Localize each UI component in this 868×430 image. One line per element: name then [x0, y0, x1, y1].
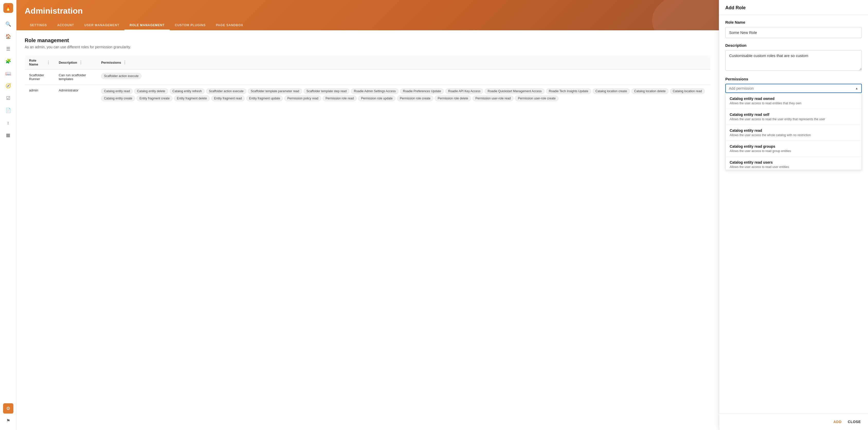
- permission-tag: Permission role delete: [435, 96, 471, 101]
- sidebar-item-import[interactable]: ↕: [3, 118, 13, 128]
- permission-dropdown-wrapper: ▲ Catalog entity read ownedAllows the us…: [725, 84, 862, 170]
- panel-title: Add Role: [719, 0, 868, 15]
- permissions-label: Permissions: [725, 77, 862, 81]
- permission-tag: Entity fragment update: [246, 96, 283, 101]
- tab-user-management[interactable]: USER MANAGEMENT: [79, 21, 124, 30]
- puzzle-icon: 🧩: [5, 58, 11, 64]
- permission-item-description: Allows the user access to read user enti…: [730, 165, 858, 169]
- sidebar-item-settings[interactable]: ⚙: [3, 403, 13, 414]
- permission-tag: Roadie API Key Access: [445, 88, 483, 94]
- table-row: Scaffolder RunnerCan run scaffolder temp…: [25, 70, 711, 85]
- role-permissions-cell: Catalog entity readCatalog entity delete…: [97, 85, 710, 105]
- sidebar-item-copy[interactable]: 📄: [3, 105, 13, 115]
- chevron-up-icon: ▲: [855, 87, 858, 90]
- app-logo[interactable]: 🔥: [3, 3, 13, 13]
- permission-tag: Permission role create: [397, 96, 433, 101]
- logo-icon: 🔥: [5, 5, 11, 11]
- permission-tag: Permission role update: [358, 96, 396, 101]
- add-button[interactable]: ADD: [832, 418, 842, 426]
- sidebar-item-tasks[interactable]: ☑: [3, 93, 13, 103]
- permission-tag: Roadie Quickstart Management Access: [485, 88, 544, 94]
- col-header-permissions: Permissions ⋮: [97, 56, 710, 70]
- permission-item-name: Catalog entity read self: [730, 112, 858, 117]
- close-button[interactable]: CLOSE: [847, 418, 862, 426]
- add-role-panel: Add Role Role Name Description Permissio…: [719, 0, 868, 430]
- permission-tag: Scaffolder template step read: [304, 88, 350, 94]
- permission-tag: Roadie Tech Insights Update: [546, 88, 591, 94]
- tab-account[interactable]: ACCOUNT: [52, 21, 79, 30]
- permission-list: Catalog entity read ownedAllows the user…: [725, 93, 862, 170]
- permission-list-item[interactable]: Catalog entity read selfAllows the user …: [725, 109, 862, 125]
- col-perm-menu[interactable]: ⋮: [123, 60, 127, 65]
- role-description-cell: Can run scaffolder templates: [55, 70, 97, 85]
- permission-item-description: Allows the user access to read entities …: [730, 101, 858, 105]
- sidebar-item-plugins[interactable]: 🧩: [3, 56, 13, 66]
- permission-list-item[interactable]: Catalog entity read groupsAllows the use…: [725, 141, 862, 157]
- home-icon: 🏠: [5, 34, 11, 39]
- role-description-cell: Administrator: [55, 85, 97, 105]
- permission-list-item[interactable]: Catalog entity readAllows the user acces…: [725, 125, 862, 141]
- tab-settings[interactable]: SETTINGS: [25, 21, 52, 30]
- sidebar-item-explore[interactable]: 🧭: [3, 81, 13, 91]
- tab-role-management[interactable]: ROLE MANAGEMENT: [124, 21, 170, 30]
- description-textarea[interactable]: [725, 50, 862, 71]
- app-title: Administration: [25, 6, 711, 16]
- tab-page-sandbox[interactable]: PAGE SANDBOX: [211, 21, 248, 30]
- col-name-menu[interactable]: ⋮: [46, 60, 51, 65]
- permission-tag: Catalog entity create: [101, 96, 135, 101]
- permission-tag: Catalog location create: [593, 88, 630, 94]
- permission-tag: Permission user-role create: [515, 96, 558, 101]
- add-permission-input[interactable]: [729, 86, 855, 91]
- settings-icon: ⚙: [6, 406, 10, 411]
- main-content: Administration SETTINGS ACCOUNT USER MAN…: [17, 0, 719, 430]
- tasks-icon: ☑: [6, 95, 10, 101]
- permission-tag: Entity fragment create: [136, 96, 172, 101]
- role-name-cell: Scaffolder Runner: [25, 70, 55, 85]
- permission-item-name: Catalog entity read users: [730, 160, 858, 164]
- col-desc-menu[interactable]: ⋮: [79, 60, 83, 65]
- compass-icon: 🧭: [5, 83, 11, 89]
- sidebar-item-list[interactable]: ☰: [3, 44, 13, 54]
- sidebar-item-table[interactable]: ▦: [3, 130, 13, 140]
- sidebar-item-home[interactable]: 🏠: [3, 31, 13, 42]
- permission-list-item[interactable]: Catalog entity read usersAllows the user…: [725, 157, 862, 170]
- permission-tag: Permission role read: [323, 96, 356, 101]
- panel-footer: ADD CLOSE: [719, 413, 868, 430]
- permission-input-row[interactable]: ▲: [725, 84, 862, 93]
- permission-item-description: Allows the user access to read group ent…: [730, 149, 858, 153]
- permission-tag: Roadie Preferences Update: [400, 88, 444, 94]
- sidebar: 🔥 🔍 🏠 ☰ 🧩 📖 🧭 ☑ 📄 ↕ ▦ ⚙ ⚑: [0, 0, 17, 430]
- permission-tag: Scaffolder action execute: [206, 88, 247, 94]
- permission-tag: Catalog entity read: [101, 88, 133, 94]
- permission-tag: Scaffolder template parameter read: [248, 88, 302, 94]
- sidebar-item-search[interactable]: 🔍: [3, 19, 13, 29]
- permission-list-item[interactable]: Catalog entity read ownedAllows the user…: [725, 93, 862, 109]
- permission-tag: Roadie Admin Settings Access: [351, 88, 399, 94]
- permission-tag: Catalog entity refresh: [170, 88, 205, 94]
- description-label: Description: [725, 43, 862, 47]
- roles-table: Role Name ⋮ Description ⋮ Permissions: [25, 55, 711, 105]
- tab-custom-plugins[interactable]: CUSTOM PLUGINS: [170, 21, 211, 30]
- permission-tag: Permission user-role read: [472, 96, 514, 101]
- sidebar-item-flag[interactable]: ⚑: [3, 416, 13, 426]
- role-name-input[interactable]: [725, 27, 862, 38]
- permission-item-description: Allows the user access to read the user …: [730, 118, 858, 121]
- page-subtitle: As an admin, you can use different roles…: [25, 45, 711, 49]
- sidebar-item-docs[interactable]: 📖: [3, 68, 13, 78]
- col-header-description: Description ⋮: [55, 56, 97, 70]
- permission-item-name: Catalog entity read owned: [730, 97, 858, 101]
- permission-tag: Scaffolder action execute: [101, 73, 142, 79]
- permission-tag: Entity fragment read: [211, 96, 245, 101]
- list-icon: ☰: [6, 46, 10, 52]
- page-title: Role management: [25, 37, 711, 43]
- content-area: Role management As an admin, you can use…: [17, 30, 719, 430]
- arrows-icon: ↕: [7, 120, 9, 126]
- permission-tag: Catalog location read: [670, 88, 705, 94]
- role-permissions-cell: Scaffolder action execute: [97, 70, 710, 85]
- flag-icon: ⚑: [6, 418, 10, 424]
- role-name-label: Role Name: [725, 20, 862, 24]
- copy-icon: 📄: [5, 108, 11, 113]
- header: Administration SETTINGS ACCOUNT USER MAN…: [17, 0, 719, 30]
- panel-body: Role Name Description Permissions ▲ Cata…: [719, 15, 868, 413]
- permission-tag: Entity fragment delete: [174, 96, 210, 101]
